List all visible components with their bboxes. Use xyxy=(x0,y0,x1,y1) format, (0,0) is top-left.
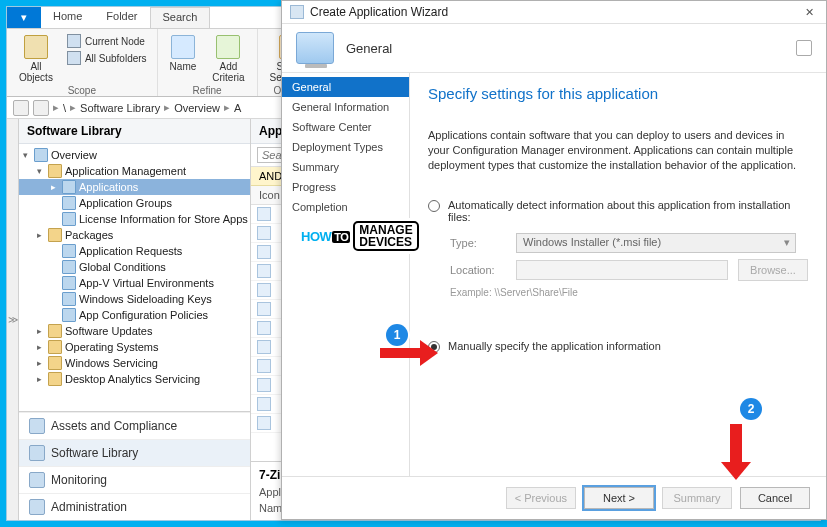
nav-icon xyxy=(29,472,45,488)
wiz-step-summary[interactable]: Summary xyxy=(282,157,409,177)
summary-button: Summary xyxy=(662,487,732,509)
close-icon[interactable]: ✕ xyxy=(801,6,818,19)
wizard-title: Create Application Wizard xyxy=(310,5,448,19)
option-auto-detect[interactable]: Automatically detect information about t… xyxy=(428,199,808,223)
tab-search[interactable]: Search xyxy=(150,7,211,28)
nav-assets-and-compliance[interactable]: Assets and Compliance xyxy=(19,412,250,439)
folder-icon xyxy=(34,148,48,162)
wizard-icon xyxy=(290,5,304,19)
wizard-description: Applications contain software that you c… xyxy=(428,128,808,173)
app-icon xyxy=(257,340,271,354)
how-to-manage-devices-logo: HOWTO MANAGEDEVICES xyxy=(296,218,424,254)
folder-icon xyxy=(62,180,76,194)
folder-icon xyxy=(62,308,76,322)
folder-icon xyxy=(62,276,76,290)
tree-node-application-requests[interactable]: Application Requests xyxy=(19,243,250,259)
tree-node-software-updates[interactable]: ▸Software Updates xyxy=(19,323,250,339)
nav-icon xyxy=(29,445,45,461)
app-icon xyxy=(257,226,271,240)
folder-icon xyxy=(62,212,76,226)
nav-administration[interactable]: Administration xyxy=(19,493,250,520)
radio-auto-detect[interactable] xyxy=(428,200,440,212)
wizard-heading: Specify settings for this application xyxy=(428,85,808,102)
computer-icon xyxy=(296,32,334,64)
previous-button: < Previous xyxy=(506,487,576,509)
folder-icon xyxy=(62,244,76,258)
tree-node-applications[interactable]: ▸Applications xyxy=(19,179,250,195)
app-icon xyxy=(257,359,271,373)
app-icon xyxy=(257,264,271,278)
app-icon xyxy=(257,321,271,335)
folder-icon xyxy=(62,196,76,210)
tree-node-desktop-analytics-servicing[interactable]: ▸Desktop Analytics Servicing xyxy=(19,371,250,387)
option-manual[interactable]: Manually specify the application informa… xyxy=(428,340,808,353)
folder-icon xyxy=(62,292,76,306)
tree-node-application-management[interactable]: ▾Application Management xyxy=(19,163,250,179)
tab-folder[interactable]: Folder xyxy=(94,7,149,28)
back-button[interactable] xyxy=(13,100,29,116)
tree-node-windows-servicing[interactable]: ▸Windows Servicing xyxy=(19,355,250,371)
callout-2: 2 xyxy=(740,398,762,420)
tab-home[interactable]: Home xyxy=(41,7,94,28)
folder-icon xyxy=(48,372,62,386)
folder-icon xyxy=(48,324,62,338)
tree-node-license-information-for-store-apps[interactable]: License Information for Store Apps xyxy=(19,211,250,227)
expand-handle[interactable]: ≫ xyxy=(7,119,19,520)
type-select: Windows Installer (*.msi file) xyxy=(516,233,796,253)
create-application-wizard: Create Application Wizard ✕ General Gene… xyxy=(281,0,827,520)
tree-title: Software Library xyxy=(19,119,250,144)
app-icon xyxy=(257,378,271,392)
arrow-2 xyxy=(730,424,742,462)
tree-node-application-groups[interactable]: Application Groups xyxy=(19,195,250,211)
app-icon xyxy=(257,416,271,430)
next-button[interactable]: Next > xyxy=(584,487,654,509)
folder-icon xyxy=(48,356,62,370)
folder-icon xyxy=(48,164,62,178)
cancel-button[interactable]: Cancel xyxy=(740,487,810,509)
wizard-stage: General xyxy=(346,41,392,56)
add-criteria-button[interactable]: Add Criteria xyxy=(208,33,248,85)
add-criteria-icon xyxy=(216,35,240,59)
folder-icon xyxy=(62,260,76,274)
nav-monitoring[interactable]: Monitoring xyxy=(19,466,250,493)
scope-group-label: Scope xyxy=(15,85,149,96)
location-label: Location: xyxy=(450,264,506,276)
tree-node-overview[interactable]: ▾Overview xyxy=(19,147,250,163)
tree-node-operating-systems[interactable]: ▸Operating Systems xyxy=(19,339,250,355)
wiz-step-software-center[interactable]: Software Center xyxy=(282,117,409,137)
forward-button[interactable] xyxy=(33,100,49,116)
all-subfolders-button[interactable]: All Subfolders xyxy=(65,50,149,66)
tree-node-windows-sideloading-keys[interactable]: Windows Sideloading Keys xyxy=(19,291,250,307)
name-button[interactable]: Name xyxy=(166,33,201,85)
browse-button: Browse... xyxy=(738,259,808,281)
wiz-step-general-information[interactable]: General Information xyxy=(282,97,409,117)
name-icon xyxy=(171,35,195,59)
wiz-step-general[interactable]: General xyxy=(282,77,409,97)
wiz-step-completion[interactable]: Completion xyxy=(282,197,409,217)
location-example: Example: \\Server\Share\File xyxy=(450,287,808,298)
all-objects-button[interactable]: All Objects xyxy=(15,33,57,85)
subfolders-icon xyxy=(67,51,81,65)
wiz-step-progress[interactable]: Progress xyxy=(282,177,409,197)
all-objects-icon xyxy=(24,35,48,59)
folder-icon xyxy=(48,228,62,242)
location-input xyxy=(516,260,728,280)
app-icon xyxy=(257,397,271,411)
type-label: Type: xyxy=(450,237,506,249)
app-icon xyxy=(257,207,271,221)
nav-software-library[interactable]: Software Library xyxy=(19,439,250,466)
wiz-step-deployment-types[interactable]: Deployment Types xyxy=(282,137,409,157)
app-icon xyxy=(257,283,271,297)
app-icon xyxy=(257,245,271,259)
refine-group-label: Refine xyxy=(166,85,249,96)
callout-1: 1 xyxy=(386,324,408,346)
tree-node-app-configuration-policies[interactable]: App Configuration Policies xyxy=(19,307,250,323)
node-icon xyxy=(67,34,81,48)
nav-icon xyxy=(29,418,45,434)
tree-node-app-v-virtual-environments[interactable]: App-V Virtual Environments xyxy=(19,275,250,291)
tree-node-packages[interactable]: ▸Packages xyxy=(19,227,250,243)
tree-node-global-conditions[interactable]: Global Conditions xyxy=(19,259,250,275)
current-node-button[interactable]: Current Node xyxy=(65,33,149,49)
app-icon xyxy=(257,302,271,316)
system-menu-button[interactable]: ▾ xyxy=(7,7,41,28)
